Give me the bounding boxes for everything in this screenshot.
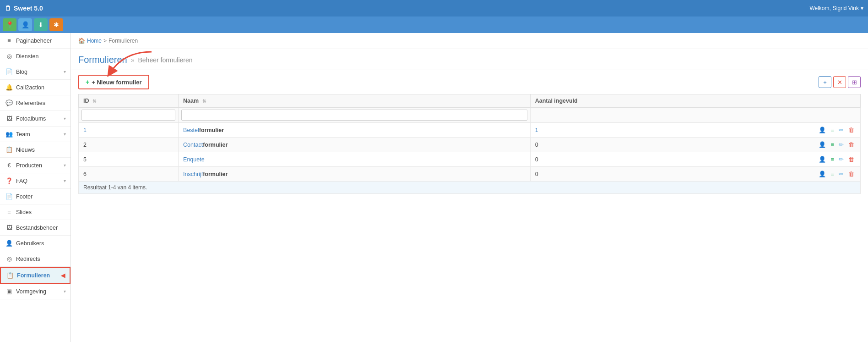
sidebar-item-footer[interactable]: 📄 Footer bbox=[0, 189, 71, 204]
filter-cell-id bbox=[79, 108, 179, 123]
sidebar-item-fotoalbums[interactable]: 🖼 Fotoalbums ▾ bbox=[0, 111, 71, 127]
sidebar-item-team[interactable]: 👥 Team ▾ bbox=[0, 127, 71, 142]
app-title-area: 🗒 Sweet 5.0 bbox=[5, 5, 43, 12]
row-action-edit[interactable]: ✏ bbox=[837, 155, 845, 163]
cell-actions: 👤 ≡ ✏ 🗑 bbox=[730, 167, 860, 182]
team-icon: 👥 bbox=[5, 131, 13, 138]
filter-cell-actions bbox=[730, 108, 860, 123]
formulieren-active-arrow: ◀ bbox=[61, 272, 65, 279]
referenties-icon: 💬 bbox=[5, 99, 13, 106]
user-dropdown-arrow[interactable]: ▾ bbox=[861, 5, 863, 11]
sort-icon-naam: ⇅ bbox=[202, 99, 206, 104]
sidebar-item-redirects[interactable]: ◎ Redirects bbox=[0, 251, 71, 267]
sidebar-label-paginabeheer: Paginabeheer bbox=[16, 38, 52, 44]
sidebar-label-nieuws: Nieuws bbox=[16, 147, 35, 153]
sidebar-item-paginabeheer[interactable]: ≡ Paginabeheer bbox=[0, 33, 71, 49]
row-action-list[interactable]: ≡ bbox=[829, 155, 835, 163]
row-action-list[interactable]: ≡ bbox=[829, 126, 835, 134]
cell-aantal: 0 bbox=[530, 138, 730, 152]
breadcrumb-current: Formulieren bbox=[108, 38, 138, 44]
row-action-delete[interactable]: 🗑 bbox=[847, 170, 856, 178]
plus-icon: + bbox=[86, 78, 89, 86]
row-action-edit[interactable]: ✏ bbox=[837, 170, 845, 178]
filter-input-id[interactable] bbox=[81, 110, 175, 121]
row-action-list[interactable]: ≡ bbox=[829, 170, 835, 178]
sort-icon-id: ⇅ bbox=[92, 99, 96, 104]
page-subtitle: Beheer formulieren bbox=[138, 56, 193, 64]
icon-toolbar: 📍 👤 ⬇ ✱ bbox=[0, 17, 868, 33]
row-action-edit[interactable]: ✏ bbox=[837, 141, 845, 149]
row-action-list[interactable]: ≡ bbox=[829, 141, 835, 149]
nav-icon-btn-3[interactable]: ⬇ bbox=[34, 18, 48, 31]
sidebar-item-formulieren[interactable]: 📋 Formulieren ◀ bbox=[0, 267, 71, 284]
fotoalbums-icon: 🖼 bbox=[5, 115, 13, 122]
sidebar-item-nieuws[interactable]: 📋 Nieuws bbox=[0, 142, 71, 158]
row-action-delete[interactable]: 🗑 bbox=[847, 141, 856, 149]
result-text: Resultaat 1-4 van 4 items. bbox=[79, 182, 861, 194]
table-row: 1Bestelformulier1 👤 ≡ ✏ 🗑 bbox=[79, 123, 861, 138]
filter-input-naam[interactable] bbox=[181, 110, 527, 121]
sidebar-item-vormgeving[interactable]: ▣ Vormgeving ▾ bbox=[0, 284, 71, 299]
nav-icon-btn-2[interactable]: 👤 bbox=[18, 18, 32, 31]
sidebar-item-blog[interactable]: 📄 Blog ▾ bbox=[0, 64, 71, 80]
breadcrumb-home-link[interactable]: Home bbox=[87, 38, 102, 44]
row-action-user[interactable]: 👤 bbox=[817, 141, 827, 149]
sidebar-label-producten: Producten bbox=[16, 162, 42, 169]
main-layout: ≡ Paginabeheer ◎ Diensten 📄 Blog ▾ 🔔 Cal… bbox=[0, 33, 868, 342]
blog-icon: 📄 bbox=[5, 68, 13, 75]
col-header-id[interactable]: ID ⇅ bbox=[79, 94, 179, 108]
breadcrumb-home-icon: 🏠 bbox=[78, 38, 85, 44]
sidebar-label-fotoalbums: Fotoalbums bbox=[16, 116, 46, 122]
sidebar-item-diensten[interactable]: ◎ Diensten bbox=[0, 49, 71, 64]
filter-cell-naam bbox=[179, 108, 531, 123]
row-action-user[interactable]: 👤 bbox=[817, 126, 827, 134]
sidebar-label-blog: Blog bbox=[16, 69, 27, 75]
table-row: 6Inschrijfformulier0 👤 ≡ ✏ 🗑 bbox=[79, 167, 861, 182]
user-area[interactable]: Welkom, Sigrid Vink ▾ bbox=[809, 5, 863, 11]
faq-icon: ❓ bbox=[5, 177, 13, 184]
toolbar-add-button[interactable]: + bbox=[819, 76, 831, 88]
cell-naam: Bestelformulier bbox=[179, 123, 531, 138]
sidebar-item-faq[interactable]: ❓ FAQ ▾ bbox=[0, 173, 71, 189]
toolbar-delete-button[interactable]: ✕ bbox=[833, 76, 846, 88]
col-header-actions bbox=[730, 94, 860, 108]
sidebar-label-formulieren: Formulieren bbox=[17, 272, 50, 279]
sidebar-item-producten[interactable]: € Producten ▾ bbox=[0, 158, 71, 173]
naam-link[interactable]: Inschrijfformulier bbox=[183, 171, 228, 177]
nav-icon-btn-4[interactable]: ✱ bbox=[49, 18, 63, 31]
cell-actions: 👤 ≡ ✏ 🗑 bbox=[730, 123, 860, 138]
sidebar-item-referenties[interactable]: 💬 Referenties bbox=[0, 95, 71, 111]
slides-icon: ≡ bbox=[5, 209, 13, 215]
page-title: Formulieren bbox=[78, 55, 127, 65]
naam-link[interactable]: Enquete bbox=[183, 156, 205, 163]
sidebar-item-bestandsbeheer[interactable]: 🖼 Bestandsbeheer bbox=[0, 220, 71, 236]
sidebar-label-bestandsbeheer: Bestandsbeheer bbox=[16, 225, 58, 231]
breadcrumb: 🏠 Home > Formulieren bbox=[71, 33, 868, 49]
col-header-aantal[interactable]: Aantal ingevuld bbox=[530, 94, 730, 108]
result-row: Resultaat 1-4 van 4 items. bbox=[79, 182, 861, 194]
id-link[interactable]: 1 bbox=[83, 127, 87, 133]
cell-aantal: 1 bbox=[530, 123, 730, 138]
row-action-user[interactable]: 👤 bbox=[817, 170, 827, 178]
naam-link[interactable]: Bestelformulier bbox=[183, 127, 224, 133]
sidebar-label-faq: FAQ bbox=[16, 178, 27, 184]
naam-link[interactable]: Contactformulier bbox=[183, 142, 228, 148]
cell-id[interactable]: 1 bbox=[79, 123, 179, 138]
app-title: Sweet 5.0 bbox=[14, 5, 43, 12]
row-action-edit[interactable]: ✏ bbox=[837, 126, 845, 134]
new-formulier-button[interactable]: + + Nieuw formulier bbox=[78, 75, 149, 89]
cell-id: 6 bbox=[79, 167, 179, 182]
aantal-link[interactable]: 1 bbox=[535, 127, 538, 133]
formulieren-table: ID ⇅ Naam ⇅ Aantal ingevuld bbox=[78, 94, 861, 194]
nav-icon-btn-1[interactable]: 📍 bbox=[3, 18, 16, 31]
sidebar-label-slides: Slides bbox=[16, 209, 32, 215]
row-action-delete[interactable]: 🗑 bbox=[847, 126, 856, 134]
sidebar-item-slides[interactable]: ≡ Slides bbox=[0, 204, 71, 220]
row-action-user[interactable]: 👤 bbox=[817, 155, 827, 163]
toolbar-columns-button[interactable]: ⊞ bbox=[848, 76, 861, 88]
row-action-delete[interactable]: 🗑 bbox=[847, 155, 856, 163]
sidebar-item-gebruikers[interactable]: 👤 Gebruikers bbox=[0, 236, 71, 251]
page-subtitle-sep: » bbox=[131, 56, 135, 64]
sidebar-item-call2action[interactable]: 🔔 Call2action bbox=[0, 80, 71, 95]
col-header-naam[interactable]: Naam ⇅ bbox=[179, 94, 531, 108]
